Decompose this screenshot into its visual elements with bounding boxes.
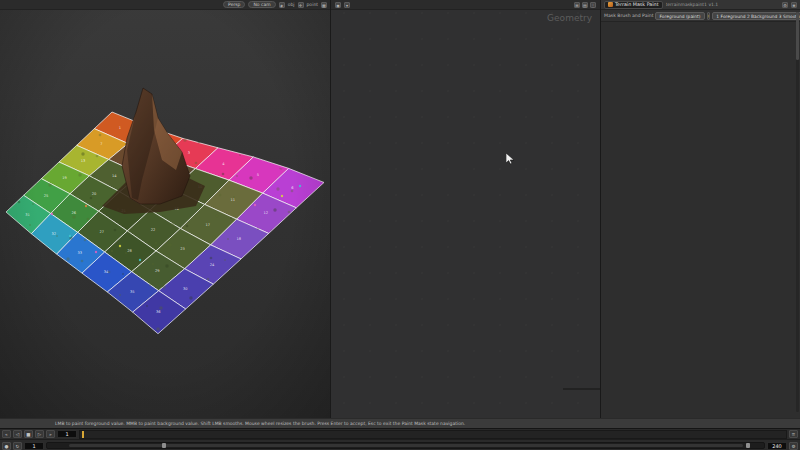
svg-text:18: 18 — [237, 237, 242, 241]
node-instance-name: terrainmaskpaint1 v1.1 — [666, 2, 779, 7]
select-mode-icon[interactable]: ✛ — [298, 2, 304, 8]
hint-text: LMB to paint foreground value. MMB to pa… — [55, 421, 465, 426]
network-context-label: Geometry — [547, 13, 592, 23]
stroke-tool-icon[interactable]: ! — [707, 12, 711, 20]
list-view-icon[interactable]: ▤ — [582, 2, 588, 8]
select-mode-label: point — [307, 2, 318, 7]
snap-icon[interactable]: ◈ — [279, 2, 285, 8]
jump-start-button[interactable]: « — [2, 430, 11, 438]
param-scrollbar-handle[interactable] — [796, 12, 799, 60]
frame-range-bar[interactable] — [69, 444, 743, 447]
network-toolbar: ◉ ▾ ⊞ ▤ ⋮ — [331, 0, 600, 10]
playhead-marker[interactable] — [82, 431, 84, 438]
current-frame-field[interactable]: 1 — [57, 430, 77, 438]
terrain-render: 1234567891011121314151617181920212223242… — [0, 0, 330, 418]
svg-text:1: 1 — [119, 126, 121, 130]
play-reverse-button[interactable]: ◁ — [13, 430, 22, 438]
node-color-palette[interactable] — [563, 388, 600, 390]
node-type-pill[interactable]: Terrain Mask Paint — [604, 1, 663, 9]
svg-text:19: 19 — [62, 176, 67, 180]
svg-text:27: 27 — [99, 230, 104, 234]
viewport-toolbar: Persp No cam ◈ obj ✛ point ▦ — [0, 0, 330, 10]
pin-icon[interactable]: ◉ — [335, 2, 341, 8]
grid-view-icon[interactable]: ⊞ — [574, 2, 580, 8]
path-dropdown-icon[interactable]: ▾ — [344, 2, 350, 8]
snap-mode-label: obj — [288, 2, 295, 7]
svg-text:7: 7 — [100, 142, 102, 146]
svg-text:30: 30 — [183, 287, 188, 291]
viewport-hint-bar: LMB to paint foreground value. MMB to pa… — [0, 418, 800, 428]
camera-select-button[interactable]: No cam — [248, 1, 275, 8]
houdini-window: Persp No cam ◈ obj ✛ point ▦ 12345678910… — [0, 0, 800, 450]
svg-text:36: 36 — [156, 310, 161, 314]
playbar-options-icon[interactable]: ⚙ — [789, 442, 798, 450]
action-row-label: Mask Brush and Paint — [604, 13, 653, 18]
jump-end-button[interactable]: » — [46, 430, 55, 438]
param-title-row: Terrain Mask Paint terrainmaskpaint1 v1.… — [601, 0, 800, 10]
viewport-layout-icon[interactable]: ▦ — [321, 2, 327, 8]
parameter-pane: Terrain Mask Paint terrainmaskpaint1 v1.… — [600, 0, 800, 418]
stop-button[interactable]: ■ — [24, 430, 33, 438]
svg-text:11: 11 — [231, 198, 236, 202]
svg-text:31: 31 — [25, 213, 30, 217]
svg-text:24: 24 — [210, 263, 215, 267]
param-scrollbar[interactable] — [796, 12, 799, 412]
svg-text:35: 35 — [130, 290, 135, 294]
network-editor[interactable]: ◉ ▾ ⊞ ▤ ⋮ Geometry — [330, 0, 600, 418]
svg-text:25: 25 — [44, 194, 49, 198]
network-wires — [331, 0, 600, 418]
svg-text:5: 5 — [257, 173, 259, 177]
range-right-grip[interactable] — [746, 443, 750, 448]
range-end-field[interactable]: 240 — [767, 442, 787, 450]
svg-text:17: 17 — [205, 223, 210, 227]
svg-text:12: 12 — [263, 211, 268, 215]
scene-viewport[interactable]: Persp No cam ◈ obj ✛ point ▦ 12345678910… — [0, 0, 330, 418]
frame-ruler[interactable] — [79, 430, 787, 439]
realtime-toggle-icon[interactable]: ● — [2, 442, 11, 450]
frame-range-slider[interactable] — [46, 442, 765, 449]
playbar-range-row: ● ↻ 1 240 ⚙ — [0, 440, 800, 450]
svg-text:20: 20 — [92, 192, 97, 196]
paint-mode-button[interactable]: Foreground (paint) — [655, 12, 704, 20]
paint-actions-button[interactable]: 1 Foreground 2 Background 3 Smooth — [712, 12, 800, 20]
node-type-icon — [608, 2, 613, 7]
svg-text:33: 33 — [78, 251, 83, 255]
node-type-title: Terrain Mask Paint — [615, 2, 659, 7]
svg-text:13: 13 — [81, 159, 86, 163]
playbar-menu-icon[interactable]: ≡ — [789, 430, 798, 438]
svg-text:29: 29 — [155, 269, 160, 273]
mouse-cursor — [506, 153, 516, 165]
svg-text:32: 32 — [51, 232, 56, 236]
playbar-ruler-row: « ◁ ■ ▷ » 1 ≡ — [0, 429, 800, 440]
param-action-row: Mask Brush and Paint Foreground (paint) … — [601, 10, 800, 22]
svg-text:28: 28 — [127, 249, 132, 253]
param-gear-icon[interactable]: ⚙ — [782, 2, 788, 8]
loop-mode-icon[interactable]: ↻ — [13, 442, 22, 450]
param-menu-icon[interactable]: ≡ — [791, 2, 797, 8]
svg-text:26: 26 — [72, 211, 77, 215]
play-forward-button[interactable]: ▷ — [35, 430, 44, 438]
net-menu-icon[interactable]: ⋮ — [590, 2, 596, 8]
camera-persp-button[interactable]: Persp — [223, 1, 245, 8]
playbar: « ◁ ■ ▷ » 1 ≡ ● ↻ 1 240 ⚙ — [0, 428, 800, 450]
svg-text:3: 3 — [188, 151, 190, 155]
svg-text:14: 14 — [112, 174, 117, 178]
svg-text:22: 22 — [151, 228, 156, 232]
range-start-field[interactable]: 1 — [24, 442, 44, 450]
range-left-grip[interactable] — [162, 443, 166, 448]
